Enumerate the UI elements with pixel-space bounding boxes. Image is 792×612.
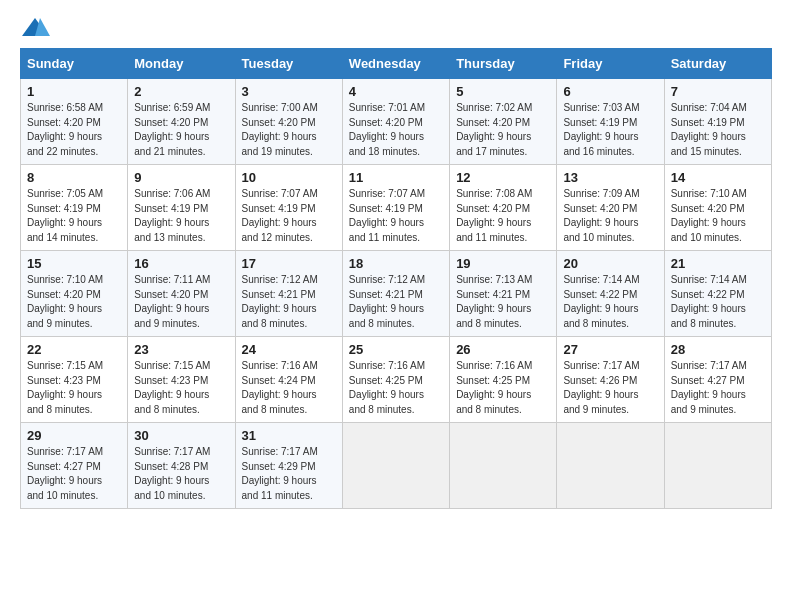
week-row-5: 29 Sunrise: 7:17 AMSunset: 4:27 PMDaylig… <box>21 423 772 509</box>
calendar-cell: 8 Sunrise: 7:05 AMSunset: 4:19 PMDayligh… <box>21 165 128 251</box>
calendar-cell: 1 Sunrise: 6:58 AMSunset: 4:20 PMDayligh… <box>21 79 128 165</box>
day-number: 8 <box>27 170 121 185</box>
day-number: 21 <box>671 256 765 271</box>
calendar-cell: 17 Sunrise: 7:12 AMSunset: 4:21 PMDaylig… <box>235 251 342 337</box>
day-info: Sunrise: 7:17 AMSunset: 4:29 PMDaylight:… <box>242 446 318 501</box>
calendar-cell: 15 Sunrise: 7:10 AMSunset: 4:20 PMDaylig… <box>21 251 128 337</box>
day-info: Sunrise: 7:02 AMSunset: 4:20 PMDaylight:… <box>456 102 532 157</box>
day-info: Sunrise: 7:06 AMSunset: 4:19 PMDaylight:… <box>134 188 210 243</box>
day-number: 27 <box>563 342 657 357</box>
day-number: 29 <box>27 428 121 443</box>
calendar-cell: 23 Sunrise: 7:15 AMSunset: 4:23 PMDaylig… <box>128 337 235 423</box>
day-info: Sunrise: 6:58 AMSunset: 4:20 PMDaylight:… <box>27 102 103 157</box>
day-info: Sunrise: 7:00 AMSunset: 4:20 PMDaylight:… <box>242 102 318 157</box>
day-number: 16 <box>134 256 228 271</box>
day-number: 26 <box>456 342 550 357</box>
calendar-table: SundayMondayTuesdayWednesdayThursdayFrid… <box>20 48 772 509</box>
header-day-friday: Friday <box>557 49 664 79</box>
calendar-cell: 19 Sunrise: 7:13 AMSunset: 4:21 PMDaylig… <box>450 251 557 337</box>
day-number: 13 <box>563 170 657 185</box>
logo <box>20 16 54 40</box>
header-day-sunday: Sunday <box>21 49 128 79</box>
day-info: Sunrise: 7:12 AMSunset: 4:21 PMDaylight:… <box>349 274 425 329</box>
day-number: 12 <box>456 170 550 185</box>
day-number: 15 <box>27 256 121 271</box>
calendar-cell: 7 Sunrise: 7:04 AMSunset: 4:19 PMDayligh… <box>664 79 771 165</box>
header-day-thursday: Thursday <box>450 49 557 79</box>
day-number: 14 <box>671 170 765 185</box>
day-number: 30 <box>134 428 228 443</box>
day-info: Sunrise: 7:16 AMSunset: 4:24 PMDaylight:… <box>242 360 318 415</box>
day-info: Sunrise: 7:13 AMSunset: 4:21 PMDaylight:… <box>456 274 532 329</box>
day-number: 9 <box>134 170 228 185</box>
day-number: 11 <box>349 170 443 185</box>
day-info: Sunrise: 7:15 AMSunset: 4:23 PMDaylight:… <box>27 360 103 415</box>
day-info: Sunrise: 7:09 AMSunset: 4:20 PMDaylight:… <box>563 188 639 243</box>
calendar-header: SundayMondayTuesdayWednesdayThursdayFrid… <box>21 49 772 79</box>
calendar-cell: 2 Sunrise: 6:59 AMSunset: 4:20 PMDayligh… <box>128 79 235 165</box>
day-number: 18 <box>349 256 443 271</box>
calendar-cell: 18 Sunrise: 7:12 AMSunset: 4:21 PMDaylig… <box>342 251 449 337</box>
day-number: 6 <box>563 84 657 99</box>
day-info: Sunrise: 7:07 AMSunset: 4:19 PMDaylight:… <box>349 188 425 243</box>
day-number: 20 <box>563 256 657 271</box>
day-number: 3 <box>242 84 336 99</box>
week-row-4: 22 Sunrise: 7:15 AMSunset: 4:23 PMDaylig… <box>21 337 772 423</box>
day-info: Sunrise: 7:15 AMSunset: 4:23 PMDaylight:… <box>134 360 210 415</box>
calendar-cell: 29 Sunrise: 7:17 AMSunset: 4:27 PMDaylig… <box>21 423 128 509</box>
calendar-cell: 6 Sunrise: 7:03 AMSunset: 4:19 PMDayligh… <box>557 79 664 165</box>
day-info: Sunrise: 7:11 AMSunset: 4:20 PMDaylight:… <box>134 274 210 329</box>
calendar-cell: 26 Sunrise: 7:16 AMSunset: 4:25 PMDaylig… <box>450 337 557 423</box>
calendar-cell: 25 Sunrise: 7:16 AMSunset: 4:25 PMDaylig… <box>342 337 449 423</box>
week-row-2: 8 Sunrise: 7:05 AMSunset: 4:19 PMDayligh… <box>21 165 772 251</box>
header-day-wednesday: Wednesday <box>342 49 449 79</box>
week-row-3: 15 Sunrise: 7:10 AMSunset: 4:20 PMDaylig… <box>21 251 772 337</box>
day-info: Sunrise: 7:17 AMSunset: 4:27 PMDaylight:… <box>27 446 103 501</box>
day-number: 23 <box>134 342 228 357</box>
day-info: Sunrise: 7:05 AMSunset: 4:19 PMDaylight:… <box>27 188 103 243</box>
day-number: 31 <box>242 428 336 443</box>
day-info: Sunrise: 6:59 AMSunset: 4:20 PMDaylight:… <box>134 102 210 157</box>
header-day-tuesday: Tuesday <box>235 49 342 79</box>
day-info: Sunrise: 7:14 AMSunset: 4:22 PMDaylight:… <box>671 274 747 329</box>
day-info: Sunrise: 7:14 AMSunset: 4:22 PMDaylight:… <box>563 274 639 329</box>
calendar-cell: 4 Sunrise: 7:01 AMSunset: 4:20 PMDayligh… <box>342 79 449 165</box>
calendar-cell: 3 Sunrise: 7:00 AMSunset: 4:20 PMDayligh… <box>235 79 342 165</box>
day-number: 22 <box>27 342 121 357</box>
calendar-cell: 30 Sunrise: 7:17 AMSunset: 4:28 PMDaylig… <box>128 423 235 509</box>
calendar-cell: 22 Sunrise: 7:15 AMSunset: 4:23 PMDaylig… <box>21 337 128 423</box>
day-info: Sunrise: 7:17 AMSunset: 4:26 PMDaylight:… <box>563 360 639 415</box>
day-number: 10 <box>242 170 336 185</box>
calendar-cell: 9 Sunrise: 7:06 AMSunset: 4:19 PMDayligh… <box>128 165 235 251</box>
day-info: Sunrise: 7:17 AMSunset: 4:27 PMDaylight:… <box>671 360 747 415</box>
calendar-cell: 13 Sunrise: 7:09 AMSunset: 4:20 PMDaylig… <box>557 165 664 251</box>
header-day-saturday: Saturday <box>664 49 771 79</box>
day-number: 2 <box>134 84 228 99</box>
calendar-cell: 10 Sunrise: 7:07 AMSunset: 4:19 PMDaylig… <box>235 165 342 251</box>
calendar-cell: 27 Sunrise: 7:17 AMSunset: 4:26 PMDaylig… <box>557 337 664 423</box>
calendar-cell: 12 Sunrise: 7:08 AMSunset: 4:20 PMDaylig… <box>450 165 557 251</box>
header-row: SundayMondayTuesdayWednesdayThursdayFrid… <box>21 49 772 79</box>
calendar-cell <box>450 423 557 509</box>
calendar-cell <box>557 423 664 509</box>
calendar-cell: 5 Sunrise: 7:02 AMSunset: 4:20 PMDayligh… <box>450 79 557 165</box>
day-info: Sunrise: 7:12 AMSunset: 4:21 PMDaylight:… <box>242 274 318 329</box>
day-number: 28 <box>671 342 765 357</box>
day-number: 25 <box>349 342 443 357</box>
calendar-cell: 14 Sunrise: 7:10 AMSunset: 4:20 PMDaylig… <box>664 165 771 251</box>
calendar-cell: 16 Sunrise: 7:11 AMSunset: 4:20 PMDaylig… <box>128 251 235 337</box>
day-info: Sunrise: 7:08 AMSunset: 4:20 PMDaylight:… <box>456 188 532 243</box>
day-number: 19 <box>456 256 550 271</box>
day-number: 7 <box>671 84 765 99</box>
header <box>20 16 772 40</box>
day-info: Sunrise: 7:16 AMSunset: 4:25 PMDaylight:… <box>349 360 425 415</box>
day-info: Sunrise: 7:01 AMSunset: 4:20 PMDaylight:… <box>349 102 425 157</box>
day-number: 1 <box>27 84 121 99</box>
calendar-cell: 28 Sunrise: 7:17 AMSunset: 4:27 PMDaylig… <box>664 337 771 423</box>
week-row-1: 1 Sunrise: 6:58 AMSunset: 4:20 PMDayligh… <box>21 79 772 165</box>
day-info: Sunrise: 7:04 AMSunset: 4:19 PMDaylight:… <box>671 102 747 157</box>
day-number: 24 <box>242 342 336 357</box>
day-info: Sunrise: 7:03 AMSunset: 4:19 PMDaylight:… <box>563 102 639 157</box>
calendar-cell <box>342 423 449 509</box>
calendar-cell <box>664 423 771 509</box>
